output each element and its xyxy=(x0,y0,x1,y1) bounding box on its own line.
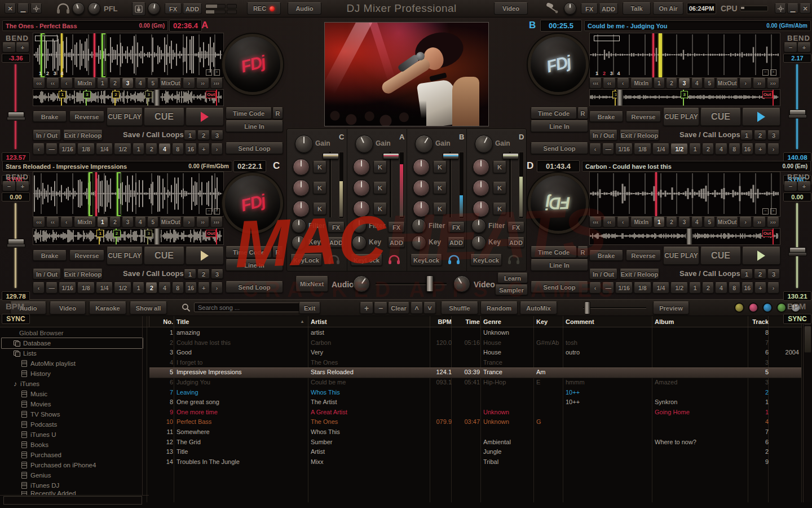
loop-›-button[interactable]: › xyxy=(767,282,779,294)
nav-››-button[interactable]: ›› xyxy=(196,78,209,89)
move-up-button[interactable]: ˄ xyxy=(411,302,423,314)
bend-minus-button[interactable]: − xyxy=(2,181,16,191)
loop-16-button[interactable]: 16 xyxy=(185,282,197,294)
master-fx-button[interactable]: FX xyxy=(165,3,182,14)
toolbar-show-all-button[interactable]: Show all xyxy=(130,301,167,314)
loop-8-button[interactable]: 8 xyxy=(172,143,184,155)
nav-mixout-button[interactable]: MixOut xyxy=(716,217,738,227)
loop-slot-1-button[interactable]: 1 xyxy=(184,269,196,279)
loop-›-button[interactable]: › xyxy=(211,282,223,294)
loop-slot-2-button[interactable]: 2 xyxy=(197,130,210,140)
table-row[interactable]: 14Troubles In The JungleMixxTribal9 xyxy=(0,457,812,467)
loop-‹-button[interactable]: ‹ xyxy=(33,143,45,155)
nav-››-button[interactable]: ›› xyxy=(196,217,209,227)
time-code-button[interactable]: Time Code xyxy=(226,107,272,119)
keylock-button[interactable]: KeyLock xyxy=(351,254,382,266)
channel-fader-handle[interactable] xyxy=(323,153,339,159)
loop-4-button[interactable]: 4 xyxy=(715,143,727,155)
nav-›-button[interactable]: › xyxy=(183,217,195,227)
loop-1/4-button[interactable]: 1/4 xyxy=(96,143,113,155)
column-header-time[interactable]: Time xyxy=(454,317,480,327)
audio-crossfade-knob[interactable] xyxy=(353,275,370,292)
deck-c-waveform[interactable]: −+ xyxy=(33,172,224,217)
filter-knob[interactable] xyxy=(412,218,426,233)
nav-›-button[interactable]: › xyxy=(739,217,752,227)
key-knob[interactable] xyxy=(412,235,426,250)
column-header-comment[interactable]: Comment xyxy=(566,317,652,327)
nav-mixout-button[interactable]: MixOut xyxy=(160,217,182,227)
table-row[interactable]: 2Could have lost thisCarbon120.005:16Hou… xyxy=(0,338,812,348)
time-code-button[interactable]: Time Code xyxy=(531,107,577,119)
nav-cue-3-button[interactable]: 3 xyxy=(678,217,690,227)
nav-cue-4-button[interactable]: 4 xyxy=(691,217,703,227)
video-crossfade-knob[interactable] xyxy=(453,275,470,292)
channel-fader-track[interactable] xyxy=(329,152,332,217)
bend-plus-button[interactable]: + xyxy=(16,42,29,52)
loop-1-button[interactable]: 1 xyxy=(133,282,144,294)
nav-‹‹‹-button[interactable]: ‹‹‹ xyxy=(33,217,45,227)
sidebar-item-itunes-dj[interactable]: iTunes DJ xyxy=(21,481,59,490)
master-speaker-button[interactable] xyxy=(132,2,145,16)
nav-cue-1-button[interactable]: 1 xyxy=(97,217,108,227)
playlist-scrollbar-thumb[interactable] xyxy=(804,326,811,353)
eq-kill-button[interactable]: K xyxy=(433,161,447,173)
table-row[interactable]: 5Impressive ImpressionsStars Reloaded124… xyxy=(0,367,812,377)
nav-cue-2-button[interactable]: 2 xyxy=(109,217,121,227)
loop-+-button[interactable]: + xyxy=(198,282,210,294)
channel-phones-icon[interactable] xyxy=(328,255,340,265)
keylock-button[interactable]: KeyLock xyxy=(411,254,442,266)
move-down-button[interactable]: ˅ xyxy=(423,302,436,314)
loop-1/8-button[interactable]: 1/8 xyxy=(634,282,651,294)
table-row[interactable]: 13TitleArtistJungle2 xyxy=(0,447,812,457)
eq-kill-button[interactable]: K xyxy=(493,182,506,194)
loop-16-button[interactable]: 16 xyxy=(742,282,753,294)
deck-d-overview[interactable]: Out xyxy=(589,228,780,245)
zoom-out-icon[interactable]: − xyxy=(206,69,212,76)
nav-cue-2-button[interactable]: 2 xyxy=(666,217,677,227)
nav-‹‹-button[interactable]: ‹‹ xyxy=(46,78,59,89)
search-exit-button[interactable]: Exit xyxy=(299,302,320,314)
loop-1/16-button[interactable]: 1/16 xyxy=(59,143,76,155)
play-button[interactable] xyxy=(742,108,780,126)
table-row[interactable]: 8One great songThe Artist10++Synkron1 xyxy=(0,397,812,407)
bend-plus-button[interactable]: + xyxy=(797,42,811,52)
nav-‹-button[interactable]: ‹ xyxy=(617,78,629,89)
channel-fader-track[interactable] xyxy=(449,152,452,217)
filter-knob[interactable] xyxy=(292,218,306,233)
loop-1/16-button[interactable]: 1/16 xyxy=(59,282,76,294)
loop-‹-button[interactable]: ‹ xyxy=(33,282,45,294)
loop-slot-1-button[interactable]: 1 xyxy=(184,130,196,140)
reverse-button[interactable]: Reverse xyxy=(69,111,104,122)
cue-play-button[interactable]: CUE PLAY xyxy=(107,247,143,265)
nav-cue-1-button[interactable]: 1 xyxy=(654,217,665,227)
eq-knob[interactable] xyxy=(473,179,489,196)
sidebar-item-genius[interactable]: Genius xyxy=(21,471,51,480)
zoom-in-icon[interactable]: + xyxy=(770,69,776,76)
channel-phones-icon[interactable] xyxy=(448,255,460,265)
loop-in-out-button[interactable]: In / Out xyxy=(33,269,61,279)
channel-add-button[interactable]: ADD xyxy=(448,237,465,248)
eq-knob[interactable] xyxy=(293,159,310,176)
nav-›-button[interactable]: › xyxy=(739,78,752,89)
sync-button[interactable]: SYNC xyxy=(2,314,30,324)
nav-‹-button[interactable]: ‹ xyxy=(60,78,73,89)
loop-1/2-button[interactable]: 1/2 xyxy=(670,143,688,155)
cue-button[interactable]: CUE xyxy=(144,108,184,126)
color-dot[interactable] xyxy=(778,304,785,312)
crossfader-handle[interactable] xyxy=(426,275,434,292)
brake-button[interactable]: Brake xyxy=(33,111,67,122)
jog-wheel-d[interactable]: FDj xyxy=(531,176,586,231)
loop-+-button[interactable]: + xyxy=(754,143,766,155)
eq-kill-button[interactable]: K xyxy=(373,203,387,215)
table-row[interactable]: 7LeavingWhos This10++2 xyxy=(0,388,812,397)
send-loop-button[interactable]: Send Loop xyxy=(531,142,588,154)
column-header-genre[interactable]: Genre xyxy=(483,317,534,327)
bend-minus-button[interactable]: − xyxy=(784,181,797,191)
gain-knob[interactable] xyxy=(355,135,373,153)
reverse-button[interactable]: Reverse xyxy=(626,111,661,122)
headphone-volume-knob[interactable] xyxy=(88,2,100,15)
loop-2-button[interactable]: 2 xyxy=(702,282,714,294)
playlist-remove-button[interactable]: − xyxy=(374,302,387,314)
color-dot[interactable] xyxy=(764,304,771,312)
playlist-add-button[interactable]: + xyxy=(360,302,373,314)
